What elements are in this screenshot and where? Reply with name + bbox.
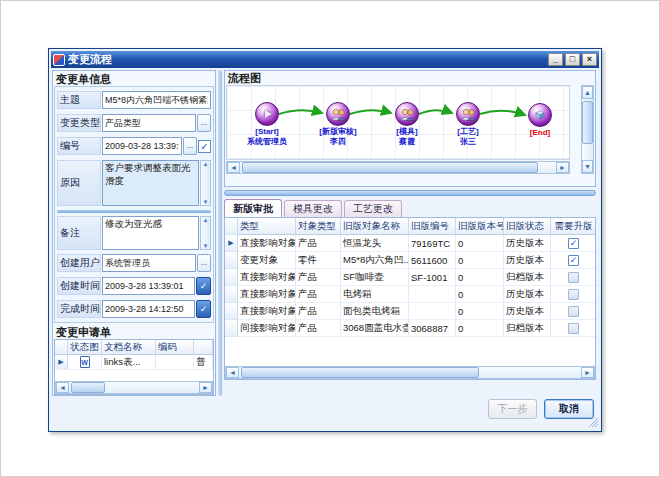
creator-input[interactable] [102, 254, 196, 272]
resize-grip[interactable] [586, 415, 599, 428]
screen: 变更流程 _ □ × 变更单信息 主题 变更类型 [0, 0, 660, 477]
grid-row[interactable]: 直接影响对象 产品 SF咖啡壶 SF-1001 0 归档版本 SF咖 [225, 269, 595, 286]
craft-node-person: 张三 [433, 137, 503, 146]
scroll-left-icon[interactable]: ◄ [227, 162, 240, 173]
tab-craft-change[interactable]: 工艺更改 [344, 200, 402, 217]
create-time-dropdown-button[interactable]: ✓ [196, 277, 211, 295]
cell-type: 间接影响对象 [238, 320, 296, 337]
maximize-button[interactable]: □ [565, 53, 580, 66]
finish-time-input[interactable] [102, 300, 195, 318]
review-node-person: 李四 [303, 137, 373, 146]
cell-old-ver: 0 [456, 269, 504, 286]
col-obj-type[interactable]: 对象类型 [296, 218, 341, 235]
flow-node-review[interactable]: [新版审核] 李四 [303, 102, 373, 146]
window-title: 变更流程 [68, 52, 545, 67]
reason-scrollbar[interactable]: ▲ ▼ [200, 160, 211, 206]
upgrade-checkbox[interactable] [568, 323, 579, 334]
col-upgrade[interactable]: 需要升版 [551, 218, 596, 235]
col-old-ver[interactable]: 旧版版本号 [456, 218, 504, 235]
number-input[interactable] [102, 137, 182, 155]
change-type-label: 变更类型 [57, 114, 101, 132]
upgrade-checkbox[interactable] [568, 289, 579, 300]
scroll-right-icon[interactable]: ► [556, 162, 569, 173]
flow-node-mold[interactable]: [模具] 蔡霞 [372, 102, 442, 146]
scroll-right-icon[interactable]: ► [199, 382, 212, 393]
finish-time-dropdown-button[interactable]: ✓ [196, 300, 211, 318]
grid-row[interactable]: 直接影响对象 产品 面包类电烤箱 0 历史版本 [225, 303, 595, 320]
change-type-picker-button[interactable]: ... [197, 114, 211, 132]
change-info-title: 变更单信息 [56, 72, 111, 87]
grid-row[interactable]: 间接影响对象 产品 3068圆盖电水壶 3068887 0 归档版本 [225, 320, 595, 337]
scroll-thumb[interactable] [582, 101, 593, 144]
request-grid-empty [55, 370, 213, 381]
create-time-input[interactable] [102, 277, 195, 295]
close-button[interactable]: × [582, 53, 597, 66]
tab-mold-change[interactable]: 模具更改 [284, 200, 342, 217]
number-picker-button[interactable]: ... [183, 137, 197, 155]
reason-textarea[interactable]: 客户要求调整表面光滑度 [102, 160, 199, 206]
scroll-thumb[interactable] [242, 162, 538, 173]
tab-new-version-review[interactable]: 新版审批 [224, 199, 282, 217]
cell-old-no [409, 286, 456, 303]
upgrade-checkbox[interactable] [568, 272, 579, 283]
flow-vscrollbar[interactable]: ▲ ▼ [581, 85, 594, 174]
flow-node-craft[interactable]: [工艺] 张三 [433, 102, 503, 146]
upgrade-checkbox[interactable] [568, 306, 579, 317]
cell-old-state: 历史版本 [504, 235, 551, 252]
grid-row[interactable]: 变更对象 零件 M5*8内六角凹... 5611600 0 历史版本 M5*8 [225, 252, 595, 269]
request-col-status[interactable]: 状态图 [68, 340, 102, 355]
vertical-splitter[interactable] [218, 70, 222, 396]
upgrade-checkbox[interactable] [568, 255, 579, 266]
next-button[interactable]: 下一步 [488, 399, 537, 419]
cell-old-no: 5611600 [409, 252, 456, 269]
scroll-thumb[interactable] [241, 367, 479, 378]
col-old-name[interactable]: 旧版对象名称 [341, 218, 409, 235]
flow-title: 流程图 [228, 71, 261, 86]
grid-row[interactable]: 直接影响对象 产品 电烤箱 0 历史版本 [225, 286, 595, 303]
number-checkbox[interactable]: ✓ [198, 140, 211, 153]
cell-obj-type: 产品 [296, 303, 341, 320]
row-selector-arrow-icon: ▶ [58, 358, 63, 366]
scroll-right-icon[interactable]: ► [581, 367, 594, 378]
request-col-docname[interactable]: 文档名称 [102, 340, 156, 355]
flow-node-start[interactable]: [Start] 系统管理员 [232, 102, 302, 146]
flow-node-end[interactable]: [End] [505, 103, 570, 137]
grid-row[interactable]: ▶ 直接影响对象 产品 恒温龙头 79169TC 0 历史版本 [225, 235, 595, 252]
cell-old-name: 面包类电烤箱 [341, 303, 409, 320]
minimize-button[interactable]: _ [548, 53, 563, 66]
scroll-down-icon[interactable]: ▼ [582, 160, 593, 173]
notes-scrollbar[interactable]: ▲ ▼ [200, 216, 211, 250]
request-col-extra [194, 340, 213, 355]
col-old-no[interactable]: 旧版编号 [409, 218, 456, 235]
title-bar[interactable]: 变更流程 _ □ × [51, 51, 599, 68]
cube-icon [535, 110, 545, 120]
flow-canvas[interactable]: [Start] 系统管理员 [新版审核 [226, 85, 570, 160]
col-old-state[interactable]: 旧版状态 [504, 218, 551, 235]
col-type[interactable]: 类型 [238, 218, 296, 235]
cell-old-name: M5*8内六角凹... [341, 252, 409, 269]
flow-panel: 流程图 [224, 70, 596, 187]
scroll-thumb[interactable] [71, 382, 105, 393]
request-col-code[interactable]: 编码 [156, 340, 194, 355]
flow-hscrollbar[interactable]: ◄ ► [226, 161, 570, 174]
notes-textarea[interactable]: 修改为亚光感 [102, 216, 199, 250]
scroll-down-icon[interactable]: ▼ [203, 243, 209, 249]
review-grid-hscrollbar[interactable]: ◄ ► [225, 366, 595, 379]
creator-picker-button[interactable]: ... [197, 254, 211, 272]
form-divider [57, 210, 211, 213]
scroll-up-icon[interactable]: ▲ [582, 86, 593, 99]
subject-input[interactable] [102, 91, 211, 109]
scroll-left-icon[interactable]: ◄ [56, 382, 69, 393]
scroll-down-icon[interactable]: ▼ [203, 199, 209, 205]
change-type-input[interactable] [102, 114, 196, 132]
upgrade-checkbox[interactable] [568, 238, 579, 249]
request-row[interactable]: ▶ W links表... 普 [55, 355, 213, 370]
scroll-up-icon[interactable]: ▲ [203, 161, 209, 167]
two-people-icon [399, 108, 416, 121]
horizontal-splitter[interactable] [224, 190, 596, 196]
scroll-up-icon[interactable]: ▲ [203, 217, 209, 223]
scroll-left-icon[interactable]: ◄ [226, 367, 239, 378]
cell-old-ver: 0 [456, 235, 504, 252]
request-grid-hscrollbar[interactable]: ◄ ► [55, 381, 213, 394]
cell-obj-type: 产品 [296, 269, 341, 286]
